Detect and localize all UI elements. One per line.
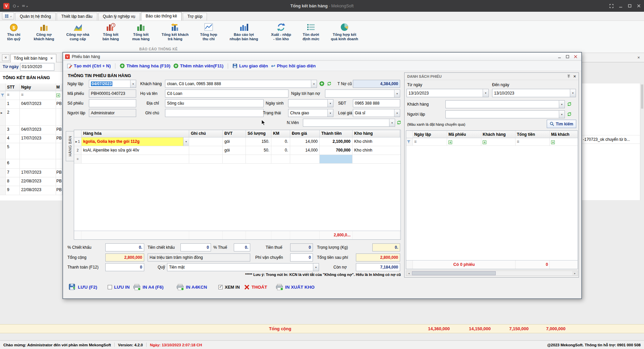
window-menu-button[interactable] xyxy=(2,12,14,20)
ma-phieu-input[interactable]: PBH00001-040723 xyxy=(89,90,136,98)
table-row[interactable]: 304/07/2023PB xyxy=(0,126,62,134)
header-ngay[interactable]: Ngày xyxy=(20,83,56,91)
app-logo-icon[interactable]: V xyxy=(3,3,9,9)
menu-tab-thiet-lap-ban-dau[interactable]: Thiết lập ban đầu xyxy=(57,13,97,20)
col-ma-phieu[interactable]: Mã phiếu xyxy=(447,131,481,138)
close-icon[interactable] xyxy=(637,4,641,8)
maximize-icon[interactable] xyxy=(628,4,632,8)
panel-close-icon[interactable] xyxy=(573,74,576,78)
dropdown-icon[interactable] xyxy=(327,100,333,107)
ghi-chu-input[interactable] xyxy=(165,109,264,117)
col-km[interactable]: KM xyxy=(271,130,290,137)
refresh-employee-button[interactable] xyxy=(396,120,401,125)
ribbon-cong-no-nha-cung-cap[interactable]: Công nợ nhà cung cấp xyxy=(62,22,94,41)
chiet-khau-pct-input[interactable]: 0. xyxy=(105,243,144,251)
new-product-row[interactable]: ✳ xyxy=(74,155,400,164)
ribbon-ton-duoi-dinh-muc[interactable]: Tồn dưới định mức xyxy=(298,22,324,41)
report-from-date-input[interactable]: 01/10/2020 xyxy=(20,63,54,71)
table-row[interactable]: 822/08/2023PB xyxy=(0,177,62,186)
tien-chiet-khau-input[interactable]: 0 xyxy=(180,243,211,251)
save-button[interactable]: LƯU (F2) xyxy=(69,282,97,292)
scroll-right-icon[interactable] xyxy=(572,271,578,276)
dropdown-icon[interactable] xyxy=(183,137,189,146)
checkbox-icon[interactable] xyxy=(108,285,112,289)
panel-nguoi-lap-combo[interactable] xyxy=(445,110,565,118)
expand-icon[interactable] xyxy=(609,4,613,8)
tab-hang-ban[interactable]: HÀNG BÁN xyxy=(66,131,74,161)
new-button[interactable]: Tạo mới (Ctrl + N) xyxy=(67,63,111,68)
report-filter-row[interactable]: = = xyxy=(0,91,62,100)
dropdown-icon[interactable] xyxy=(313,264,319,271)
add-employee-button[interactable]: Thêm nhân viên(F11) xyxy=(173,63,223,68)
add-customer-button[interactable] xyxy=(319,81,324,86)
filter-cell[interactable] xyxy=(447,138,481,146)
col-thanh-tien[interactable]: Thành tiền xyxy=(320,130,353,137)
ribbon-thu-chi-ton-quy[interactable]: $ Thu chi tồn quỹ xyxy=(3,22,25,41)
panel-khach-hang-combo[interactable] xyxy=(445,100,565,108)
dialog-maximize-button[interactable] xyxy=(564,54,571,59)
checkbox-checked-icon[interactable] xyxy=(218,285,223,289)
col-khach-hang[interactable]: Khách hàng xyxy=(481,131,516,138)
ribbon-tong-ket-ban-hang[interactable]: Tổng kết bán hàng xyxy=(97,22,124,41)
dialog-close-button[interactable] xyxy=(572,54,579,59)
dropdown-icon[interactable] xyxy=(559,111,565,118)
dropdown-icon[interactable] xyxy=(483,89,488,97)
ribbon-tong-ket-mua-hang[interactable]: Tổng kết mua hàng xyxy=(127,22,154,41)
dropdown-icon[interactable] xyxy=(327,109,333,117)
ribbon-bao-cao-loi-nhuan[interactable]: Báo cáo lợi nhuận bán hàng xyxy=(224,22,264,41)
col-ma-khach[interactable]: Mã khách xyxy=(550,131,577,138)
nhan-vien-combo[interactable] xyxy=(303,119,395,127)
scrollbar-thumb[interactable] xyxy=(641,84,643,109)
panel-filter-row[interactable]: = = xyxy=(406,138,578,146)
save-layout-button[interactable]: Lưu giao diện xyxy=(232,63,268,68)
product-name-cell[interactable]: kgolia, Golia kẹo the gói 112g xyxy=(82,137,189,146)
filter-cell[interactable] xyxy=(56,91,62,100)
report-vscrollbar[interactable] xyxy=(640,83,644,200)
filter-cell[interactable] xyxy=(550,138,577,146)
phi-van-chuyen-input[interactable]: 0 xyxy=(290,253,313,261)
filter-op[interactable]: = xyxy=(6,91,20,100)
tab-close-icon[interactable] xyxy=(50,56,53,61)
col-don-gia[interactable]: Đơn giá xyxy=(290,130,320,137)
quick-access-menu-icon[interactable] xyxy=(22,4,28,8)
add-product-button[interactable]: Thêm hàng hóa (F10) xyxy=(120,63,170,68)
menu-tab-quan-ly-nghiep-vu[interactable]: Quản lý nghiệp vụ xyxy=(98,13,140,20)
dialog-titlebar[interactable]: V Phiếu bán hàng xyxy=(63,53,581,61)
ribbon-tong-hop-thu-chi[interactable]: Tổng hợp thu chi xyxy=(195,22,222,41)
pin-icon[interactable] xyxy=(567,74,571,78)
filter-op[interactable]: = xyxy=(413,138,447,146)
table-row[interactable]: 922/08/2023PB xyxy=(0,186,62,195)
thanh-toan-input[interactable]: 0 xyxy=(105,263,144,271)
menu-tab-quan-tri-he-thong[interactable]: Quản trị hệ thống xyxy=(15,13,56,20)
ribbon-tong-ket-khach-tra-hang[interactable]: Tổng kết khách trả hàng xyxy=(158,22,193,41)
table-row[interactable]: 104/07/2023PB xyxy=(0,100,62,109)
table-row[interactable]: 2 xyxy=(0,109,62,126)
dropdown-icon[interactable] xyxy=(130,80,136,88)
refresh-customer-button[interactable] xyxy=(327,81,332,86)
nguoi-lap-input[interactable]: Administrator xyxy=(89,109,136,117)
filter-op[interactable]: = xyxy=(20,91,56,100)
table-row[interactable]: 417/07/2023PB xyxy=(0,134,62,143)
panel-titlebar[interactable]: DANH SÁCH PHIẾU xyxy=(405,73,579,80)
dropdown-icon[interactable] xyxy=(389,119,395,126)
ngay-lap-input[interactable]: 04/07/2023 xyxy=(89,80,136,88)
ngay-toi-han-combo[interactable] xyxy=(325,90,400,98)
col-ngay-lap[interactable]: Ngày lập xyxy=(413,131,447,138)
col-kho-hang[interactable]: Kho hàng xyxy=(353,130,400,137)
dropdown-icon[interactable] xyxy=(311,80,317,88)
exit-button[interactable]: THOÁT xyxy=(244,282,267,292)
col-tong-tien[interactable]: Tổng tiền xyxy=(516,131,550,138)
panel-refresh-creator-button[interactable] xyxy=(567,112,572,117)
ngay-sinh-combo[interactable] xyxy=(288,99,333,107)
sdt-input[interactable]: 0965 388 888 xyxy=(353,99,400,107)
menu-tab-bao-cao-thong-ke[interactable]: Báo cáo thống kê xyxy=(141,12,181,20)
table-row[interactable]: 717/07/2023PB xyxy=(0,169,62,177)
dropdown-icon[interactable] xyxy=(394,109,400,117)
dropdown-icon[interactable] xyxy=(394,90,400,97)
panel-refresh-customer-button[interactable] xyxy=(567,102,572,107)
filter-cell[interactable] xyxy=(481,138,516,146)
in-a4-button[interactable]: IN A4 (F6) xyxy=(133,282,164,292)
dropdown-icon[interactable] xyxy=(570,89,576,97)
luu-in-checkbox[interactable]: LƯU IN xyxy=(108,282,129,292)
xem-in-checkbox[interactable]: XEM IN xyxy=(218,282,240,292)
